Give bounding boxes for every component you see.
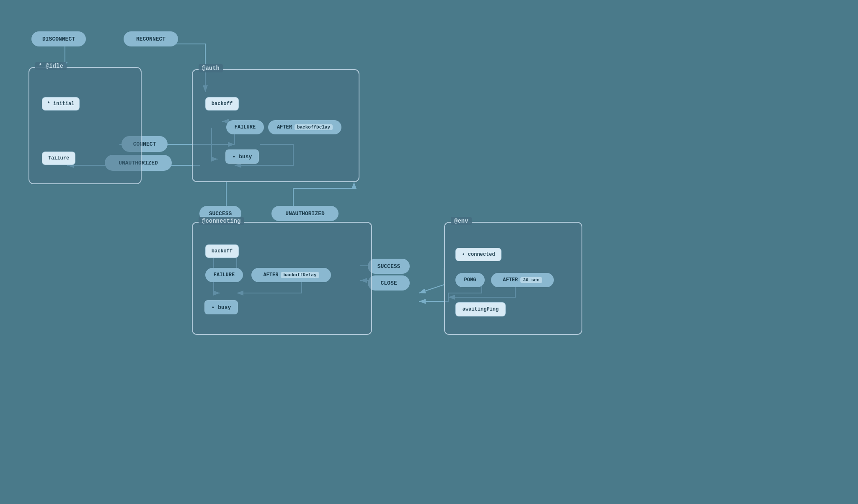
idle-failure-node: failure bbox=[42, 152, 75, 165]
env-pong-label: PONG bbox=[455, 273, 485, 287]
unauthorized-connecting-transition: UNAUTHORIZED bbox=[271, 206, 339, 221]
connecting-busy-node: • busy bbox=[204, 300, 238, 314]
close-transition: CLOSE bbox=[368, 275, 410, 291]
disconnect-transition: DISCONNECT bbox=[31, 31, 86, 46]
connecting-backoff-node: backoff bbox=[205, 244, 239, 258]
auth-state-box: @auth backoff FAILURE AFTER backoffDelay… bbox=[192, 69, 359, 182]
auth-busy-node: • busy bbox=[225, 149, 259, 164]
connecting-after-node: AFTER backoffDelay bbox=[251, 268, 331, 282]
auth-after-param: backoffDelay bbox=[295, 124, 333, 130]
idle-state-title: * @idle bbox=[35, 62, 67, 70]
reconnect-transition: RECONNECT bbox=[124, 31, 178, 46]
idle-initial-node: * initial bbox=[42, 97, 80, 111]
env-awaitingping-node: awaitingPing bbox=[455, 302, 506, 316]
auth-failure-label: FAILURE bbox=[226, 120, 264, 134]
connecting-failure-label: FAILURE bbox=[205, 268, 243, 282]
connecting-state-title: @connecting bbox=[199, 217, 244, 225]
env-after-node: AFTER 30 sec bbox=[491, 273, 554, 287]
auth-backoff-node: backoff bbox=[205, 97, 239, 111]
diagram-container: DISCONNECT RECONNECT CONNECT UNAUTHORIZE… bbox=[0, 0, 858, 504]
auth-state-title: @auth bbox=[199, 64, 223, 72]
auth-after-node: AFTER backoffDelay bbox=[268, 120, 341, 134]
success-connecting-transition: SUCCESS bbox=[368, 259, 410, 274]
env-connected-node: • connected bbox=[455, 248, 501, 261]
idle-state-box: * @idle * initial failure bbox=[28, 67, 142, 184]
env-state-box: @env • connected PONG AFTER 30 sec await… bbox=[444, 222, 582, 335]
env-after-param: 30 sec bbox=[520, 277, 542, 283]
connecting-state-box: @connecting backoff FAILURE AFTER backof… bbox=[192, 222, 372, 335]
connecting-after-param: backoffDelay bbox=[281, 272, 319, 278]
env-state-title: @env bbox=[451, 217, 472, 225]
